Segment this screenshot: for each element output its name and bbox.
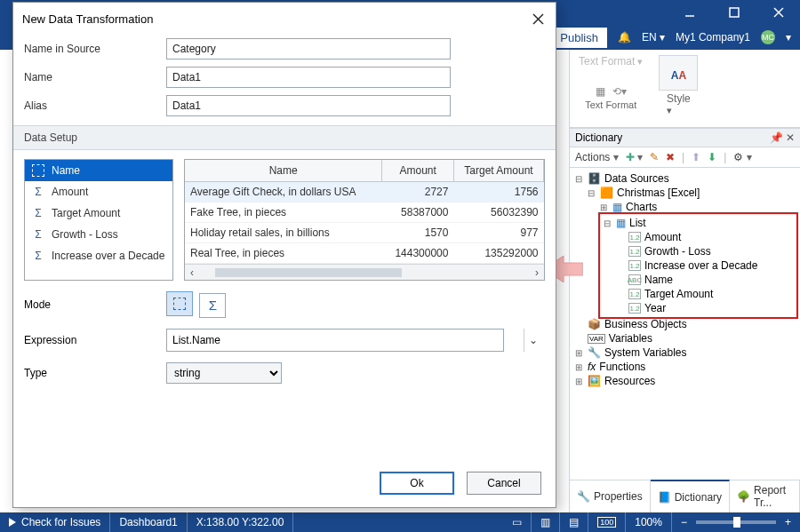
label-type: Type [24, 367, 166, 379]
scroll-right-icon[interactable]: › [530, 266, 544, 279]
table-icon: ▦ [612, 201, 622, 213]
new-item-icon[interactable]: ✚ [626, 151, 643, 163]
move-down-icon[interactable]: ⬇ [708, 151, 716, 163]
tree-list[interactable]: List [629, 217, 646, 229]
table-header[interactable]: Amount [382, 160, 454, 182]
tab-report-tree[interactable]: 🌳 Report Tr... [730, 480, 800, 512]
label-name-in-source: Name in Source [24, 43, 166, 55]
field-list-item[interactable]: ΣIncrease over a Decade [25, 245, 172, 266]
edit-item-icon[interactable]: ✎ [650, 151, 659, 163]
notifications-icon[interactable]: 🔔 [618, 31, 631, 44]
text-format-dropdown[interactable]: Text Format ▾ [579, 55, 643, 67]
table-row[interactable]: Average Gift Check, in dollars USA272717… [185, 182, 544, 202]
scroll-left-icon[interactable]: ‹ [185, 266, 199, 279]
ribbon-text-format-group: Text Format ▾ ▦ ⟲▾ Text Format AA Style▾ [570, 50, 800, 128]
zoom-in-button[interactable]: + [785, 516, 791, 528]
ok-button[interactable]: Ok [380, 472, 454, 495]
text-angle-icon[interactable]: ⟲▾ [612, 85, 627, 98]
table-row[interactable]: Fake Tree, in pieces5838700056032390 [185, 202, 544, 223]
language-dropdown[interactable]: EN ▾ [642, 31, 665, 44]
name-in-source-input[interactable] [166, 38, 451, 60]
field-list-item[interactable]: ΣAmount [25, 181, 172, 202]
field-type-icon: ABC [628, 274, 641, 285]
move-up-icon[interactable]: ⬆ [692, 151, 700, 163]
alias-input[interactable] [166, 95, 451, 116]
tab-dictionary[interactable]: 📘 Dictionary [651, 480, 730, 512]
fields-list[interactable]: NameΣAmountΣTarget AmountΣGrowth - LossΣ… [24, 159, 173, 281]
name-input[interactable] [166, 67, 451, 88]
mode-dimension-button[interactable] [166, 291, 193, 316]
label-name: Name [24, 71, 166, 83]
zoom-slider[interactable] [696, 520, 776, 524]
view-mode-3-icon[interactable]: ▤ [560, 512, 588, 532]
field-list-item[interactable]: ΣGrowth - Loss [25, 224, 172, 245]
tree-variables[interactable]: Variables [609, 332, 652, 345]
table-icon: ▦ [616, 217, 626, 229]
field-list-item[interactable]: ΣTarget Amount [25, 202, 172, 224]
table-row[interactable]: Holiday retail sales, in billions1570977 [185, 223, 544, 243]
cancel-button[interactable]: Cancel [467, 472, 541, 495]
measure-icon: Σ [32, 207, 44, 219]
delete-item-icon[interactable]: ✖ [666, 151, 675, 163]
highlighted-list-group: ⊟▦List 1.2Amount1.2Growth - Loss1.2Incre… [598, 212, 798, 319]
field-type-icon: 1.2 [628, 246, 641, 257]
expression-input[interactable] [166, 329, 504, 352]
tree-list-field[interactable]: 1.2Increase over a Decade [614, 258, 795, 273]
field-type-icon: 1.2 [628, 232, 641, 242]
view-mode-1-icon[interactable]: ▭ [503, 512, 532, 532]
company-label[interactable]: My1 Company1 [676, 31, 750, 44]
type-select[interactable]: string [166, 362, 282, 384]
horizontal-scrollbar[interactable]: ‹ › [185, 264, 544, 280]
zoom-out-button[interactable]: − [681, 516, 687, 528]
tree-resources[interactable]: Resources [604, 375, 655, 387]
tree-functions[interactable]: Functions [599, 361, 645, 373]
table-header[interactable]: Target Amount [453, 160, 543, 182]
mode-measure-button[interactable]: Σ [199, 293, 226, 318]
close-panel-icon[interactable]: ✕ [786, 131, 795, 144]
word-wrap-icon[interactable]: ▦ [596, 85, 605, 98]
dialog-close-button[interactable] [529, 10, 547, 28]
company-dropdown-icon[interactable]: ▾ [786, 31, 791, 44]
tree-charts[interactable]: Charts [626, 201, 657, 213]
tree-business-objects[interactable]: Business Objects [604, 318, 687, 330]
maximize-button[interactable] [716, 0, 752, 25]
table-header[interactable]: Name [185, 160, 382, 182]
dialog-title: New Data Transformation [22, 12, 153, 26]
tree-list-field[interactable]: 1.2Growth - Loss [614, 244, 795, 258]
view-mode-2-icon[interactable]: ▥ [532, 512, 560, 532]
close-app-button[interactable] [761, 0, 796, 25]
company-avatar[interactable]: MC [761, 30, 775, 44]
actions-dropdown[interactable]: Actions [575, 151, 619, 163]
document-tab[interactable]: Dashboard1 [110, 512, 187, 532]
tab-properties[interactable]: 🔧 Properties [570, 480, 651, 512]
tree-data-sources[interactable]: Data Sources [604, 172, 669, 185]
tree-system-variables[interactable]: System Variables [604, 346, 686, 359]
style-dropdown[interactable]: Style▾ [667, 92, 691, 116]
settings-icon[interactable]: ⚙ [733, 151, 751, 163]
cursor-coordinates: X:138.00 Y:322.00 [188, 512, 294, 532]
tree-list-field[interactable]: ABCName [614, 273, 795, 287]
data-setup-header: Data Setup [13, 125, 556, 150]
zoom-100-button[interactable]: 100 [588, 512, 626, 532]
tree-datasource[interactable]: Christmas [Excel] [617, 187, 700, 199]
folder-icon: 🗄️ [588, 172, 601, 185]
dictionary-tree[interactable]: ⊟🗄️Data Sources ⊟🟧Christmas [Excel] ⊞▦Ch… [570, 168, 800, 480]
field-list-item[interactable]: Name [25, 160, 172, 181]
publish-button[interactable]: Publish [551, 28, 607, 48]
field-type-icon: 1.2 [628, 303, 641, 314]
style-gallery-button[interactable]: AA [659, 55, 698, 91]
pin-icon[interactable]: 📌 [770, 131, 783, 144]
label-alias: Alias [24, 99, 166, 112]
expression-dropdown-icon[interactable]: ⌄ [524, 329, 541, 352]
scroll-thumb[interactable] [215, 268, 402, 277]
table-row[interactable]: Real Tree, in pieces144300000135292000 [185, 243, 544, 264]
play-icon [9, 518, 16, 527]
tree-list-field[interactable]: 1.2Year [614, 301, 795, 315]
tree-list-field[interactable]: 1.2Amount [614, 230, 795, 244]
tree-list-field[interactable]: 1.2Target Amount [614, 287, 795, 301]
label-mode: Mode [24, 298, 166, 311]
check-for-issues-button[interactable]: Check for Issues [0, 512, 110, 532]
measure-icon: Σ [32, 250, 44, 262]
variables-icon: VAR [588, 334, 605, 344]
minimize-button[interactable] [672, 0, 708, 25]
